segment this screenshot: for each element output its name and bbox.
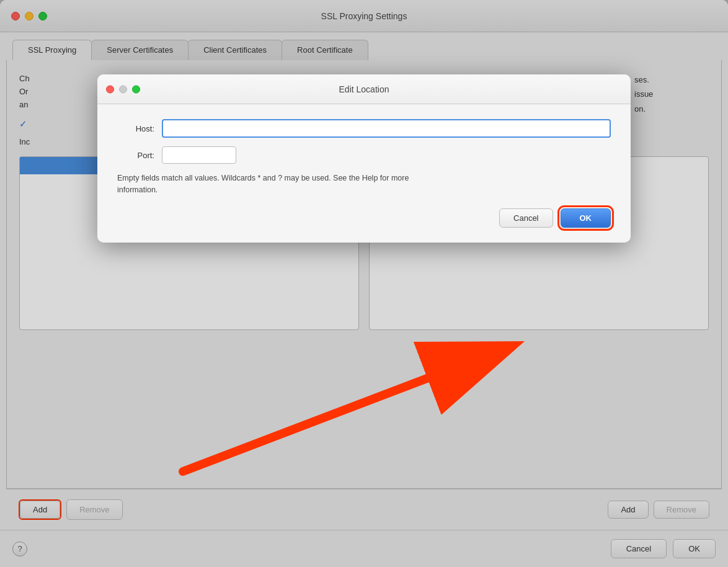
port-field-row: Port:: [117, 146, 611, 164]
host-label: Host:: [117, 124, 154, 133]
dialog-minimize-button[interactable]: [119, 85, 127, 93]
dialog-overlay: Edit Location Host: Port: Empty fields m…: [0, 0, 728, 567]
port-input[interactable]: [162, 146, 236, 164]
host-field-row: Host:: [117, 119, 611, 138]
dialog-body: Host: Port: Empty fields match all value…: [97, 104, 631, 243]
dialog-buttons: Cancel OK: [117, 208, 611, 228]
dialog-cancel-button[interactable]: Cancel: [499, 208, 553, 228]
dialog-traffic-lights: [106, 85, 140, 93]
port-label: Port:: [117, 151, 154, 160]
dialog-close-button[interactable]: [106, 85, 114, 93]
dialog-ok-button[interactable]: OK: [561, 208, 611, 228]
dialog-hint: Empty fields match all values. Wildcards…: [117, 172, 611, 196]
main-window: SSL Proxying Settings SSL Proxying Serve…: [0, 0, 728, 567]
dialog-maximize-button[interactable]: [132, 85, 140, 93]
host-input[interactable]: [162, 119, 611, 138]
edit-location-dialog: Edit Location Host: Port: Empty fields m…: [97, 74, 631, 243]
dialog-title-bar: Edit Location: [97, 74, 631, 104]
dialog-title: Edit Location: [339, 84, 389, 94]
dialog-ok-highlight: OK: [561, 208, 611, 228]
